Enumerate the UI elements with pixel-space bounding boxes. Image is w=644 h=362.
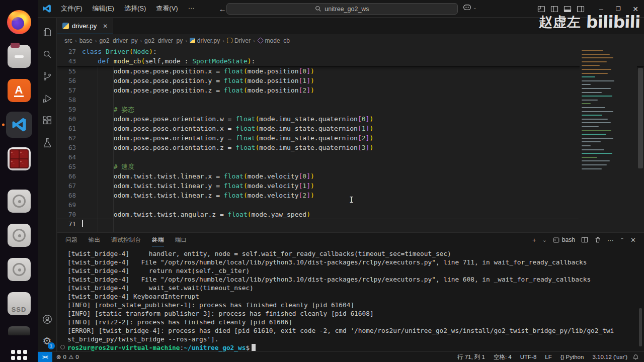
- disk-1-icon[interactable]: [6, 188, 32, 214]
- code-line-67: 67 odom.twist.twist.linear.y = float(mod…: [57, 181, 644, 191]
- minimap-line: [582, 145, 591, 146]
- menu-item[interactable]: ···: [184, 3, 199, 15]
- search-view-icon[interactable]: [38, 43, 57, 65]
- menu-item[interactable]: 选择(S): [120, 3, 150, 15]
- panel-tab-item[interactable]: 调试控制台: [111, 234, 141, 246]
- editor-column: driver.py ✕ src›base›go2_driver_py›go2_d…: [57, 18, 644, 351]
- breadcrumb-item[interactable]: src: [64, 37, 72, 44]
- terminator-icon[interactable]: >_>_>_>_: [6, 146, 32, 172]
- status-item[interactable]: {} Python: [560, 354, 584, 360]
- terminal-scrollbar[interactable]: [638, 248, 643, 348]
- menu-bar: 文件(F)编辑(E)选择(S)查看(V)···: [57, 3, 199, 15]
- split-terminal-icon[interactable]: [581, 236, 588, 243]
- panel-close-icon[interactable]: ✕: [630, 236, 636, 244]
- firefox-icon[interactable]: [6, 9, 32, 35]
- status-item[interactable]: 3.10.12 ('usr'): [592, 354, 627, 360]
- breadcrumb-item[interactable]: go2_driver_py: [144, 37, 183, 44]
- warnings-icon: ⚠: [68, 353, 73, 360]
- vscode-logo: [11, 116, 28, 133]
- disk-2-icon[interactable]: [6, 222, 32, 248]
- panel-tab-item[interactable]: 端口: [175, 234, 187, 246]
- command-center-search[interactable]: unitree_go2_ws: [226, 3, 458, 15]
- terminal[interactable]: [twist_bridge-4] handler, entity, node =…: [57, 247, 644, 352]
- terminal-instance-bash[interactable]: bash: [553, 236, 575, 243]
- breadcrumb-separator: ›: [139, 38, 142, 44]
- minimap-line: [582, 61, 607, 62]
- terminal-line: [twist_bridge-4] File "/opt/ros/humble/l…: [67, 275, 644, 284]
- files-icon[interactable]: [6, 43, 32, 69]
- ubuntu-software-icon[interactable]: A: [6, 77, 32, 104]
- account-icon[interactable]: [38, 308, 57, 330]
- minimap-line: [582, 168, 602, 169]
- run-debug-icon[interactable]: [38, 87, 57, 110]
- breadcrumb: src›base›go2_driver_py›go2_driver_py›dri…: [57, 34, 644, 47]
- code-line-55: 55 odom.pose.pose.position.x = float(mod…: [57, 66, 644, 76]
- code-editor[interactable]: 27class Driver(Node):43 def mode_cb(self…: [57, 47, 644, 232]
- extensions-icon[interactable]: [38, 110, 57, 132]
- explorer-icon[interactable]: [38, 21, 57, 43]
- panel-tab-active[interactable]: 终端: [152, 234, 164, 246]
- app-grid-icon[interactable]: [6, 345, 32, 362]
- breadcrumb-item[interactable]: go2_driver_py: [99, 37, 137, 44]
- menu-item[interactable]: 查看(V): [152, 3, 182, 15]
- minimap-line: [582, 164, 607, 165]
- ubuntu-dock: A >_>_>_>_ SSD: [0, 0, 38, 362]
- source-control-icon[interactable]: [38, 65, 57, 87]
- panel-more-icon[interactable]: ···: [607, 236, 614, 244]
- minimap-line: [582, 160, 610, 161]
- terminal-prompt[interactable]: ros2ur@ros2ur-virtual-machine:~/unitree_…: [67, 343, 644, 352]
- panel-tabs: 问题输出调试控制台终端端口: [65, 234, 198, 246]
- bilibili-logo: bilibili: [586, 12, 640, 32]
- tab-driver-py[interactable]: driver.py ✕: [57, 18, 113, 34]
- status-item[interactable]: 行 71, 列 1: [457, 353, 485, 361]
- minimap[interactable]: [580, 47, 637, 232]
- new-terminal-button[interactable]: +: [532, 236, 536, 244]
- status-item[interactable]: LF: [545, 354, 551, 360]
- breadcrumb-item[interactable]: driver.py: [190, 37, 220, 44]
- sticky-scroll: 27class Driver(Node):43 def mode_cb(self…: [57, 47, 644, 66]
- nav-back-button[interactable]: ←: [219, 5, 226, 13]
- status-item[interactable]: UTF-8: [520, 354, 537, 360]
- minimap-line: [582, 73, 608, 74]
- indent-guide: [113, 66, 114, 232]
- vscode-dock-icon[interactable]: [6, 112, 32, 138]
- testing-icon[interactable]: [38, 132, 57, 154]
- minimap-line: [582, 92, 602, 93]
- code-line-60: 60 odom.pose.pose.orientation.w = float(…: [57, 114, 644, 124]
- trash-icon[interactable]: [6, 325, 32, 337]
- class-symbol-icon: [227, 38, 232, 43]
- problems-status[interactable]: ⊗ 0 ⚠ 0: [56, 353, 79, 360]
- notifications-bell-icon[interactable]: [632, 354, 639, 360]
- remote-indicator[interactable]: ><: [38, 352, 52, 362]
- minimap-line: [582, 103, 591, 104]
- panel-tab-item[interactable]: 输出: [89, 234, 101, 246]
- breadcrumb-item[interactable]: mode_cb: [258, 37, 290, 44]
- code-line-63: 63 odom.pose.pose.orientation.z = float(…: [57, 143, 644, 152]
- tab-close-icon[interactable]: ✕: [103, 23, 108, 30]
- bottom-panel: 问题输出调试控制台终端端口 + ⌄ bash ··· ⌃ ✕: [57, 232, 644, 351]
- kill-terminal-icon[interactable]: [594, 236, 601, 243]
- status-bar: >< ⊗ 0 ⚠ 0 行 71, 列 1空格: 4UTF-8LF{} Pytho…: [38, 351, 644, 362]
- terminal-line: [INFO] [robot_state_publisher-1]: proces…: [67, 301, 644, 309]
- settings-gear-icon[interactable]: ⚙ 1: [38, 330, 57, 351]
- breadcrumb-item[interactable]: Driver: [227, 37, 251, 44]
- minimap-line: [582, 80, 614, 81]
- code-line-58: 58: [57, 95, 644, 105]
- activity-bar: ⚙ 1: [38, 18, 57, 351]
- breadcrumb-item[interactable]: base: [79, 37, 93, 44]
- menu-item[interactable]: 编辑(E): [89, 3, 118, 15]
- minimap-line: [582, 122, 611, 123]
- active-app-dot: [2, 124, 5, 126]
- terminal-dropdown-icon[interactable]: ⌄: [542, 237, 547, 243]
- copilot-button[interactable]: ⌄: [463, 4, 477, 11]
- disk-3-icon[interactable]: [6, 256, 32, 283]
- command-decoration-circle: [60, 345, 65, 349]
- editor-scrollbar[interactable]: [637, 47, 644, 232]
- ssd-drive-icon[interactable]: SSD: [6, 291, 32, 317]
- method-symbol-icon: [257, 37, 264, 44]
- terminal-line: [twist_bridge-4] handler, entity, node =…: [67, 249, 644, 258]
- panel-tab-item[interactable]: 问题: [65, 234, 77, 246]
- status-item[interactable]: 空格: 4: [494, 353, 512, 361]
- panel-maximize-icon[interactable]: ⌃: [620, 237, 624, 243]
- menu-item[interactable]: 文件(F): [57, 3, 87, 15]
